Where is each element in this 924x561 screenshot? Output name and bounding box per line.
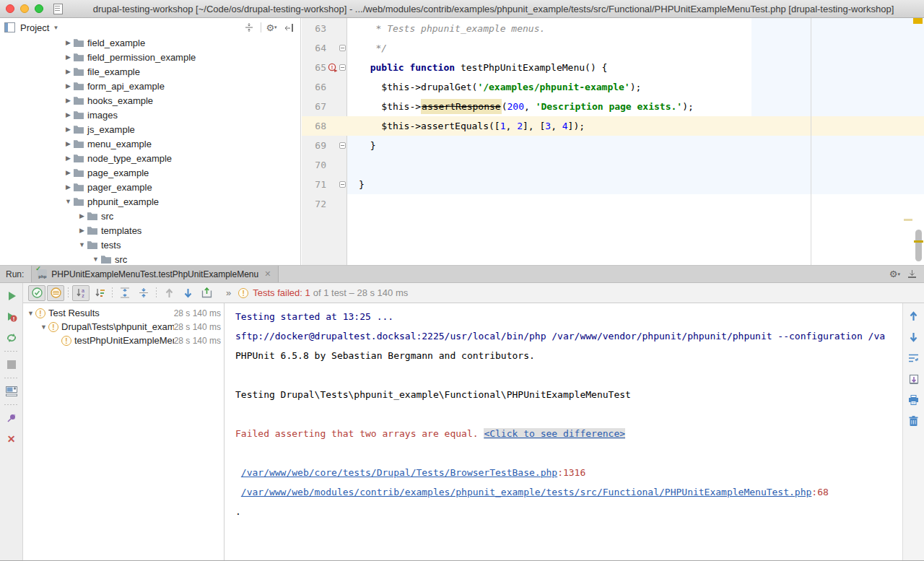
tree-item-images[interactable]: ▶images [0, 108, 300, 122]
more-actions-chevron[interactable]: » [226, 287, 231, 298]
code-line-72[interactable]: 72 [302, 194, 924, 214]
code-line-67[interactable]: 67 $this->assertResponse(200, 'Descripti… [302, 97, 924, 116]
tree-item-js_example[interactable]: ▶js_example [0, 122, 300, 136]
folder-icon [73, 67, 86, 77]
console-link[interactable]: /var/www/web/modules/contrib/examples/ph… [241, 487, 812, 497]
warning-stripe-mark[interactable] [904, 219, 912, 221]
clear-console-button[interactable] [906, 413, 922, 429]
inspections-indicator[interactable] [913, 18, 923, 24]
run-tab[interactable]: ✓php PHPUnitExampleMenuTest.testPhpUnitE… [31, 266, 279, 282]
fold-marker-icon[interactable] [339, 142, 346, 149]
sort-alphabetically-button[interactable]: az [72, 285, 90, 301]
tree-item-menu_example[interactable]: ▶menu_example [0, 136, 300, 151]
run-settings-gear-icon[interactable]: ⚙▾ [889, 269, 900, 279]
rerun-button[interactable] [4, 288, 19, 304]
folder-icon [73, 82, 86, 91]
editor-scrollbar[interactable] [915, 230, 922, 261]
chevron-down-icon[interactable]: ▼ [77, 241, 87, 248]
up-stacktrace-button[interactable] [906, 308, 922, 324]
chevron-right-icon[interactable]: ▶ [64, 39, 73, 46]
chevron-right-icon[interactable]: ▶ [77, 227, 87, 234]
minimize-window-button[interactable] [20, 4, 29, 13]
pin-tab-button[interactable] [4, 410, 19, 426]
tree-item-node_type_example[interactable]: ▶node_type_example [0, 151, 300, 165]
chevron-down-icon[interactable]: ▼ [91, 256, 100, 263]
stop-button[interactable] [4, 357, 19, 373]
code-line-64[interactable]: 64 */ [302, 38, 924, 58]
hide-run-panel-icon[interactable] [907, 269, 917, 279]
collapse-all-button[interactable] [135, 285, 152, 301]
code-line-69[interactable]: 69 } [302, 136, 924, 155]
down-stacktrace-button[interactable] [906, 329, 922, 345]
fold-marker-icon[interactable] [339, 64, 346, 71]
chevron-right-icon[interactable]: ▶ [64, 140, 73, 147]
zoom-window-button[interactable] [35, 4, 43, 13]
restore-layout-button[interactable] [4, 383, 19, 399]
code-editor[interactable]: 63 * Tests phpunit_example menus.64 */65… [302, 18, 924, 265]
tree-item-label: node_type_example [87, 153, 172, 164]
status-failed-text: Tests failed: 1 [253, 287, 310, 298]
import-test-results-button[interactable] [198, 285, 215, 301]
test-console[interactable]: Testing started at 13:25 ...sftp://docke… [225, 303, 924, 561]
print-button[interactable] [906, 392, 922, 408]
console-link[interactable]: /var/www/web/core/tests/Drupal/Tests/Bro… [241, 467, 557, 478]
code-line-70[interactable]: 70 [302, 155, 924, 175]
tree-item-src[interactable]: ▼src [0, 252, 300, 265]
previous-failed-test-button[interactable] [160, 285, 178, 301]
code-line-65[interactable]: 65! public function testPhpUnitExampleMe… [302, 58, 924, 77]
chevron-right-icon[interactable]: ▶ [64, 68, 73, 75]
code-line-68[interactable]: 68 $this->assertEquals([1, 2], [3, 4]); [302, 116, 924, 136]
chevron-down-icon[interactable]: ▼ [39, 323, 48, 331]
fold-marker-icon[interactable] [339, 45, 346, 51]
close-icon[interactable]: ✕ [263, 269, 272, 279]
tree-item-tests[interactable]: ▼tests [0, 238, 300, 252]
chevron-right-icon[interactable]: ▶ [77, 212, 87, 219]
chevron-right-icon[interactable]: ▶ [64, 126, 73, 133]
tree-item-form_api_example[interactable]: ▶form_api_example [0, 79, 300, 93]
tree-item-file_example[interactable]: ▶file_example [0, 64, 300, 79]
hide-panel-icon[interactable] [282, 21, 296, 34]
scroll-to-end-button[interactable] [906, 371, 922, 387]
chevron-right-icon[interactable]: ▶ [64, 155, 73, 162]
soft-wrap-button[interactable] [906, 350, 922, 366]
tree-item-field_permission_example[interactable]: ▶field_permission_example [0, 50, 300, 64]
tree-item-pager_example[interactable]: ▶pager_example [0, 180, 300, 194]
code-line-63[interactable]: 63 * Tests phpunit_example menus. [302, 19, 924, 38]
show-ignored-button[interactable] [47, 285, 64, 301]
tree-item-hooks_example[interactable]: ▶hooks_example [0, 93, 300, 108]
project-panel-title[interactable]: Project [20, 22, 49, 33]
failed-test-icon[interactable]: ! [328, 63, 338, 73]
next-failed-test-button[interactable] [179, 285, 196, 301]
toggle-auto-test-button[interactable] [4, 330, 19, 346]
test-tree-item[interactable]: !testPhpUnitExampleMenu28 s 140 ms [23, 334, 224, 347]
tree-item-page_example[interactable]: ▶page_example [0, 165, 300, 180]
test-tree-item[interactable]: ▼!Test Results28 s 140 ms [23, 306, 224, 320]
scroll-from-source-button[interactable] [242, 21, 256, 34]
console-link[interactable]: <Click to see difference> [484, 428, 625, 439]
fold-marker-icon[interactable] [339, 181, 346, 188]
sort-by-duration-button[interactable] [91, 285, 108, 301]
chevron-right-icon[interactable]: ▶ [64, 82, 73, 90]
tree-item-field_example[interactable]: ▶field_example [0, 35, 300, 50]
close-run-panel-button[interactable]: ✕ [4, 431, 19, 447]
chevron-right-icon[interactable]: ▶ [64, 169, 73, 176]
expand-all-button[interactable] [116, 285, 134, 301]
show-passed-button[interactable] [28, 285, 45, 301]
code-line-66[interactable]: 66 $this->drupalGet('/examples/phpunit-e… [302, 77, 924, 97]
chevron-right-icon[interactable]: ▶ [64, 53, 73, 61]
chevron-right-icon[interactable]: ▶ [64, 97, 73, 104]
test-tree-item[interactable]: ▼!Drupal\Tests\phpunit_example28 s 140 m… [23, 320, 224, 334]
rerun-failed-tests-button[interactable]: ! [4, 309, 19, 325]
close-window-button[interactable] [6, 4, 14, 13]
chevron-right-icon[interactable]: ▶ [64, 183, 73, 191]
folder-icon [73, 96, 86, 105]
chevron-down-icon[interactable]: ▼ [53, 25, 58, 31]
tree-item-phpunit_example[interactable]: ▼phpunit_example [0, 194, 300, 209]
chevron-right-icon[interactable]: ▶ [64, 111, 73, 118]
code-line-71[interactable]: 71} [302, 175, 924, 194]
tree-item-templates[interactable]: ▶templates [0, 223, 300, 238]
gear-icon[interactable]: ⚙▾ [264, 21, 279, 34]
chevron-down-icon[interactable]: ▼ [26, 310, 35, 317]
tree-item-src[interactable]: ▶src [0, 209, 300, 223]
chevron-down-icon[interactable]: ▼ [64, 198, 73, 205]
